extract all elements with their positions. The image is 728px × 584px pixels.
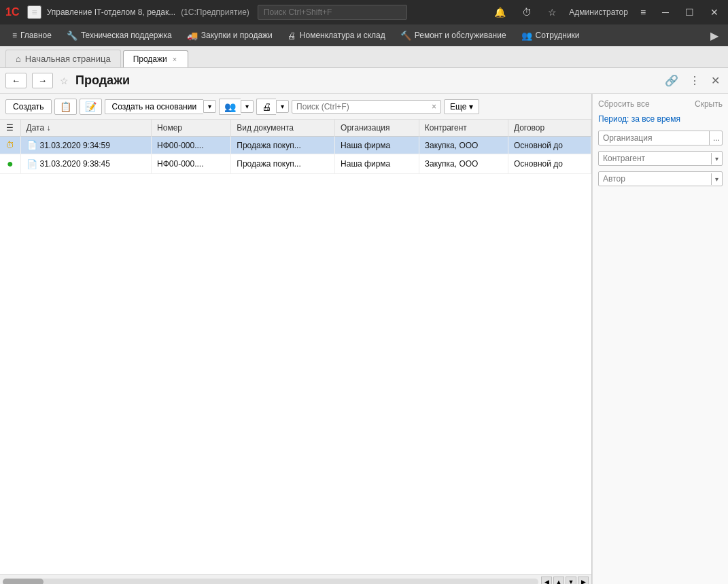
hamburger-menu-icon[interactable]: ≡ [27,5,41,19]
menu-item-support[interactable]: 🔧 Техническая поддержка [60,28,179,44]
link-action-button[interactable]: 🔗 [662,73,681,88]
scroll-down-button[interactable]: ▼ [566,577,576,585]
menu-item-staff[interactable]: 👥 Сотрудники [515,28,587,44]
staff-icon: 👥 [521,31,532,41]
tabs-bar: ⌂ Начальная страница Продажи × [0,46,728,68]
content-wrapper: Создать 📋 📝 Создать на основании ▾ 👥 ▾ 🖨 [0,94,728,584]
close-button[interactable]: ✕ [706,5,723,19]
maximize-button[interactable]: ☐ [681,5,698,19]
clock-icon: ⏱ [5,140,14,150]
menu-item-hamburger[interactable]: ≡ Главное [5,28,58,43]
menu-item-sales[interactable]: 🚚 Закупки и продажи [180,28,279,44]
print-arrow-button[interactable]: ▾ [276,100,289,113]
filter-counterparty-arrow[interactable]: ▾ [711,153,722,165]
titlebar-right: 🔔 ⏱ ☆ Администратор ≡ ─ ☐ ✕ [490,5,723,19]
row-date: 📄31.03.2020 9:38:45 [20,154,152,174]
copy-button[interactable]: 📋 [54,99,77,115]
filter-author-input[interactable] [599,172,711,186]
filter-period-link[interactable]: Период: за все время [598,114,723,124]
search-input[interactable] [296,102,432,111]
history-icon[interactable]: ⏱ [518,5,536,19]
app-logo: 1С [5,6,19,18]
filter-panel: Сбросить все Скрыть Период: за все время… [592,94,728,584]
row-contract: Основной до [508,137,591,154]
tab-sales[interactable]: Продажи × [123,50,189,67]
scrollbar-thumb[interactable] [3,579,44,585]
col-header-date[interactable]: Дата ↓ [20,120,152,137]
row-doctype: Продажа покуп... [231,137,335,154]
dot-icon: ● [7,158,14,169]
filter-org-input[interactable] [599,131,709,145]
settings-icon[interactable]: ≡ [636,5,650,19]
filter-org-button[interactable]: ... [709,131,723,145]
group-button[interactable]: 👥 [219,99,241,115]
filter-counterparty-input[interactable] [599,152,711,165]
scrollbar-track[interactable] [3,579,538,585]
menu-label-sales: Закупки и продажи [201,31,273,40]
tab-home[interactable]: ⌂ Начальная страница [5,50,121,67]
forward-button[interactable]: → [32,73,53,88]
filter-author-arrow[interactable]: ▾ [711,173,722,185]
create-basis-arrow-button[interactable]: ▾ [203,100,216,113]
doc-icon: 📄 [27,159,37,169]
col-header-counterparty[interactable]: Контрагент [419,120,508,137]
menu-more-icon[interactable]: ▶ [706,29,723,42]
menu-bar: ≡ Главное 🔧 Техническая поддержка 🚚 Заку… [0,24,728,46]
filter-counterparty-wrapper: ▾ [598,151,723,166]
close-action-button[interactable]: ✕ [708,73,723,88]
more-action-button[interactable]: ⋮ [687,73,703,88]
global-search-input[interactable] [258,5,407,20]
menu-label-staff: Сотрудники [536,31,580,40]
scroll-left-button[interactable]: ◀ [541,577,552,585]
table-row[interactable]: ⏱📄31.03.2020 9:34:59НФ00-000....Продажа … [0,137,591,154]
back-button[interactable]: ← [5,73,27,88]
search-box: × [292,100,441,114]
page-title-actions: 🔗 ⋮ ✕ [662,73,723,88]
notifications-icon[interactable]: 🔔 [490,5,510,19]
group-icon: 👥 [224,101,236,112]
favorite-button[interactable]: ☆ [58,74,70,88]
row-doctype: Продажа покуп... [231,154,335,174]
print-button[interactable]: 🖨 [256,99,276,115]
col-header-doctype[interactable]: Вид документа [231,120,335,137]
hamburger-icon: ≡ [12,31,17,40]
filter-reset-link[interactable]: Сбросить все [598,99,650,109]
menu-label-support: Техническая поддержка [81,31,172,40]
scroll-right-button[interactable]: ▶ [578,577,589,585]
scroll-buttons: ◀ ▲ ▼ ▶ [541,577,589,585]
filter-author-wrapper: ▾ [598,171,723,186]
main-panel: Создать 📋 📝 Создать на основании ▾ 👥 ▾ 🖨 [0,94,592,584]
menu-item-repair[interactable]: 🔨 Ремонт и обслуживание [394,28,513,44]
filter-hide-link[interactable]: Скрыть [695,99,723,109]
create-basis-dropdown: Создать на основании ▾ [105,99,217,114]
edit-icon: 📝 [85,101,97,112]
search-clear-button[interactable]: × [432,102,436,111]
row-counterparty: Закупка, ООО [419,154,508,174]
minimize-button[interactable]: ─ [658,5,673,19]
scroll-up-button[interactable]: ▲ [553,577,564,585]
favorites-icon[interactable]: ☆ [544,5,561,19]
table-row[interactable]: ●📄31.03.2020 9:38:45НФ00-000....Продажа … [0,154,591,174]
more-arrow-icon: ▾ [469,102,473,111]
group-arrow-button[interactable]: ▾ [241,100,254,113]
inventory-icon: 🖨 [288,31,296,41]
col-header-org[interactable]: Организация [335,120,419,137]
create-button[interactable]: Создать [5,99,52,114]
create-basis-button[interactable]: Создать на основании [105,99,204,114]
home-tab-icon: ⌂ [16,54,21,64]
print-icon: 🖨 [262,101,271,112]
sales-icon: 🚚 [187,31,198,41]
row-status-icon: ● [0,154,20,174]
tab-close-button[interactable]: × [171,55,178,63]
col-header-number[interactable]: Номер [152,120,231,137]
col-header-contract[interactable]: Договор [508,120,591,137]
title-bar: 1С ≡ Управление IT-отделом 8, редак... (… [0,0,728,24]
edit-button[interactable]: 📝 [80,99,102,115]
col-header-icon[interactable]: ☰ [0,120,20,137]
menu-item-inventory[interactable]: 🖨 Номенклатура и склад [281,28,392,44]
more-button[interactable]: Еще ▾ [444,99,479,114]
row-number: НФ00-000.... [152,137,231,154]
copy-icon: 📋 [60,101,71,112]
more-label: Еще [450,102,466,111]
row-counterparty: Закупка, ООО [419,137,508,154]
